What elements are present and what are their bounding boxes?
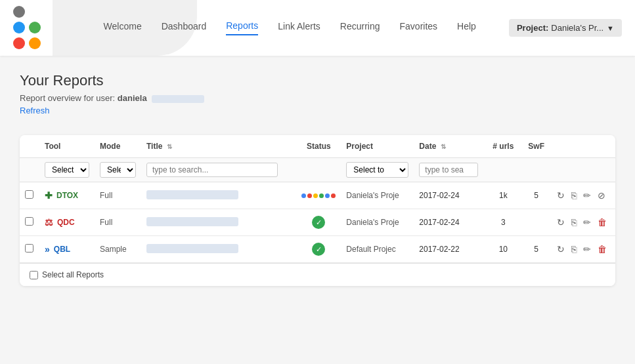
row2-status: ✓: [296, 209, 341, 236]
tool-filter-select[interactable]: Select: [45, 162, 89, 178]
row1-actions: ↻ ⎘ ✏ ⊘: [550, 182, 615, 209]
dot-red: [307, 193, 312, 198]
col-header-swf: SwF: [523, 135, 550, 158]
logo-dot-gray: [13, 6, 25, 18]
row1-mode: Full: [95, 182, 141, 209]
filter-tool-cell: Select: [39, 158, 95, 182]
logo-dot-orange: [29, 37, 41, 49]
row3-tool: » QBL: [45, 244, 89, 254]
project-value: Daniela's Pr...: [551, 23, 603, 33]
col-header-title: Title ⇅: [141, 135, 283, 158]
row1-urls: 1k: [483, 182, 523, 209]
col-header-check: [20, 135, 39, 158]
row3-tool-name: QBL: [54, 245, 70, 254]
row3-actions: ↻ ⎘ ✏ 🗑: [550, 236, 615, 263]
row2-date: 2017-02-24: [414, 209, 483, 236]
row2-swf: [523, 209, 550, 236]
table-row: » QBL Sample ✓ Default Projec 2017-02-22…: [20, 236, 615, 263]
date-sort-icon: ⇅: [441, 143, 446, 150]
reports-table-container: Tool Mode Title ⇅ Status Project: [20, 135, 615, 286]
nav-help[interactable]: Help: [457, 21, 476, 35]
filter-urls-cell: [483, 158, 523, 182]
row1-title-blur: [146, 190, 238, 199]
filter-status-cell: [296, 158, 341, 182]
row1-checkbox[interactable]: [25, 190, 33, 199]
row2-actions-cell: ↻ ⎘ ✏ 🗑: [555, 216, 610, 229]
row2-urls: 3: [483, 209, 523, 236]
row3-refresh-btn[interactable]: ↻: [555, 243, 567, 256]
subtitle-user: daniela: [118, 93, 147, 103]
title-filter-input[interactable]: [146, 163, 278, 177]
row2-mode: Full: [95, 209, 141, 236]
row3-checkbox[interactable]: [25, 244, 33, 253]
col-header-status: Status: [296, 135, 341, 158]
nav-reports[interactable]: Reports: [226, 20, 258, 35]
row1-actions-cell: ↻ ⎘ ✏ ⊘: [555, 189, 610, 202]
row1-project: Daniela's Proje: [341, 182, 414, 209]
row1-refresh-btn[interactable]: ↻: [555, 189, 567, 202]
row2-delete-btn[interactable]: 🗑: [596, 216, 609, 229]
username-blur: [152, 95, 204, 103]
select-all-checkbox[interactable]: [30, 271, 38, 279]
nav-link-alerts[interactable]: Link Alerts: [278, 21, 320, 35]
filter-mode-cell: Sele: [95, 158, 141, 182]
row1-disable-btn[interactable]: ⊘: [596, 189, 607, 202]
row3-delete-btn[interactable]: 🗑: [596, 243, 609, 256]
row1-title: [141, 182, 283, 209]
row3-status-check: ✓: [312, 243, 325, 256]
qbl-icon: »: [45, 244, 50, 254]
row1-swf: 5: [523, 182, 550, 209]
page-title: Your Reports: [20, 72, 615, 89]
row2-tool-cell: ⚖ QDC: [39, 209, 95, 236]
filter-title-cell: [141, 158, 283, 182]
select-all-label[interactable]: Select all Reports: [30, 270, 104, 279]
row2-check-cell: [20, 209, 39, 236]
logo-dot-green: [29, 22, 41, 33]
nav-recurring[interactable]: Recurring: [340, 21, 380, 35]
row2-checkbox[interactable]: [25, 217, 33, 226]
reports-table: Tool Mode Title ⇅ Status Project: [20, 135, 615, 263]
row3-copy-btn[interactable]: ⎘: [569, 243, 579, 256]
filter-swf-cell: [523, 158, 550, 182]
refresh-link[interactable]: Refresh: [20, 106, 50, 115]
col-header-mode: Mode: [95, 135, 141, 158]
row3-tool-cell: » QBL: [39, 236, 95, 263]
project-selector[interactable]: Project: Daniela's Pr... ▼: [509, 19, 622, 37]
row1-spacer: [283, 182, 296, 209]
row1-check-cell: [20, 182, 39, 209]
row3-mode: Sample: [95, 236, 141, 263]
filter-check-cell: [20, 158, 39, 182]
dot-yellow: [313, 193, 318, 198]
row3-edit-btn[interactable]: ✏: [581, 243, 593, 256]
row2-tool: ⚖ QDC: [45, 217, 89, 228]
date-filter-input[interactable]: [419, 163, 478, 177]
row2-actions: ↻ ⎘ ✏ 🗑: [550, 209, 615, 236]
dot-blue: [301, 193, 306, 198]
row2-tool-name: QDC: [57, 218, 75, 227]
row2-refresh-btn[interactable]: ↻: [555, 216, 567, 229]
row2-copy-btn[interactable]: ⎘: [569, 216, 579, 229]
header: Welcome Dashboard Reports Link Alerts Re…: [0, 0, 635, 56]
row2-edit-btn[interactable]: ✏: [581, 216, 593, 229]
project-label: Project:: [517, 23, 548, 33]
mode-filter-select[interactable]: Sele: [100, 162, 136, 178]
row3-actions-cell: ↻ ⎘ ✏ 🗑: [555, 243, 610, 256]
nav-favorites[interactable]: Favorites: [400, 21, 438, 35]
nav-dashboard[interactable]: Dashboard: [162, 21, 207, 35]
row2-status-check: ✓: [312, 216, 325, 229]
nav-welcome[interactable]: Welcome: [104, 21, 142, 35]
row3-spacer: [283, 236, 296, 263]
logo-dot-blue: [13, 22, 25, 33]
row1-copy-btn[interactable]: ⎘: [569, 189, 579, 202]
table-footer: Select all Reports: [20, 263, 615, 286]
row3-urls: 10: [483, 236, 523, 263]
row1-edit-btn[interactable]: ✏: [581, 189, 593, 202]
dot-red2: [331, 193, 336, 198]
project-filter-select[interactable]: Select to: [346, 162, 408, 178]
row3-title: [141, 236, 283, 263]
filter-actions-cell: [550, 158, 615, 182]
row1-status-dots: [301, 193, 336, 198]
logo-dot-red: [13, 37, 25, 49]
table-row: ⚖ QDC Full ✓ Daniela's Proje 2017-02-24 …: [20, 209, 615, 236]
subtitle-prefix: Report overview for user:: [20, 93, 115, 103]
